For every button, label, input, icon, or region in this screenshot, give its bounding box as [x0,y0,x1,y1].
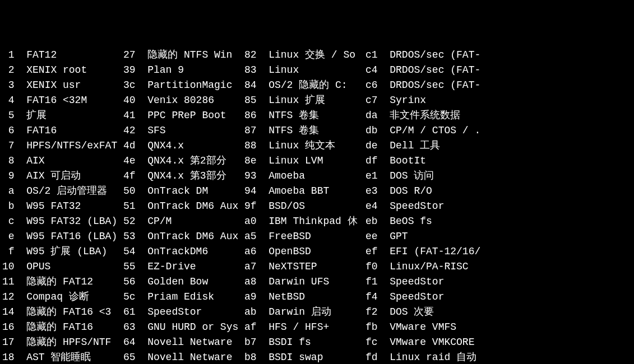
partition-entry: 4e QNX4.x 第2部分 [123,155,244,166]
spacer [136,290,148,305]
partition-entry: 9 AIX 可启动 [2,170,123,181]
partition-name: 隐藏的 FAT16 <3 [26,305,123,320]
partition-code: 63 [123,320,136,335]
partition-row: a OS/2 启动管理器 50 OnTrack DM 94 Amoeba BBT… [2,184,632,199]
partition-code: a [2,184,15,199]
partition-code: da [365,108,378,123]
spacer [257,199,269,214]
spacer [257,229,269,244]
partition-entry: f0 Linux/PA-RISC [365,261,487,272]
partition-name: 隐藏的 FAT16 [26,320,123,335]
spacer [257,244,269,259]
partition-entry: 12 Compaq 诊断 [2,291,123,302]
spacer [136,48,148,63]
partition-name: CP/M / CTOS / . [390,123,487,138]
spacer [257,169,269,184]
partition-name: Golden Bow [147,274,244,290]
partition-name: AIX 可启动 [26,169,123,184]
partition-name: XENIX usr [26,78,123,93]
partition-entry: 63 GNU HURD or Sys [123,321,244,333]
partition-name: Syrinx [390,93,487,108]
partition-code: 85 [244,93,257,108]
spacer [378,78,390,93]
partition-entry: c6 DRDOS/sec (FAT- [365,80,487,91]
partition-entry: ab Darwin 启动 [244,306,365,318]
partition-code: e1 [365,169,378,184]
partition-row: 14 隐藏的 FAT16 <3 61 SpeedStor ab Darwin 启… [2,305,632,320]
spacer [378,320,390,335]
partition-entry: 1 FAT12 [2,49,123,60]
partition-entry: 4d QNX4.x [123,140,244,151]
partition-name: Darwin UFS [269,274,365,290]
partition-code: eb [365,214,378,229]
partition-name: DOS R/O [390,184,487,199]
partition-name: XENIX root [26,63,123,78]
partition-entry: b8 BSDI swap [244,352,365,363]
partition-name: OnTrack DM6 Aux [147,229,244,244]
partition-code: a8 [244,274,257,290]
partition-entry: e4 SpeedStor [365,200,487,212]
partition-entry: ef EFI (FAT-12/16/ [365,246,487,257]
partition-name: Linux [269,63,365,78]
spacer [136,305,148,320]
spacer [15,93,27,108]
partition-entry: a5 FreeBSD [244,231,365,242]
partition-code: 4 [2,93,15,108]
spacer [257,184,269,199]
spacer [257,290,269,305]
partition-name: QNX4.x 第2部分 [147,153,244,169]
partition-entry: 84 OS/2 隐藏的 C: [244,80,365,91]
spacer [15,108,27,123]
partition-entry: 7 HPFS/NTFS/exFAT [2,140,123,151]
spacer [378,63,390,78]
spacer [136,93,148,108]
partition-row: 2 XENIX root 39 Plan 9 83 Linux c4 DRDOS… [2,63,632,78]
partition-row: b W95 FAT32 51 OnTrack DM6 Aux 9f BSD/OS… [2,199,632,214]
partition-name: GPT [390,229,487,244]
partition-name: Novell Netware [147,335,244,350]
spacer [15,78,27,93]
partition-code: 42 [123,123,136,138]
partition-code: f4 [365,290,378,305]
partition-name: OnTrackDM6 [147,244,244,259]
partition-entry: 6 FAT16 [2,125,123,136]
partition-row: 5 扩展 41 PPC PReP Boot 86 NTFS 卷集 da 非文件系… [2,108,632,123]
partition-row: 16 隐藏的 FAT16 63 GNU HURD or Sys af HFS /… [2,320,632,335]
partition-code: ef [365,244,378,259]
partition-entry: c1 DRDOS/sec (FAT- [365,49,487,60]
spacer [15,184,27,199]
partition-code: a9 [244,290,257,305]
partition-code: db [365,123,378,138]
partition-row: 1 FAT12 27 隐藏的 NTFS Win 82 Linux 交换 / So… [2,48,632,63]
partition-name: SFS [147,123,244,138]
spacer [257,138,269,153]
partition-name: OS/2 隐藏的 C: [269,78,365,93]
spacer [136,123,148,138]
spacer [15,305,27,320]
spacer [15,335,27,350]
partition-entry: 56 Golden Bow [123,276,244,287]
partition-code: 87 [244,123,257,138]
partition-code: 9 [2,169,15,184]
partition-code: 12 [2,290,15,305]
spacer [136,138,148,153]
partition-name: Linux LVM [269,153,365,169]
partition-name: BootIt [390,153,487,169]
spacer [378,169,390,184]
partition-entry: f2 DOS 次要 [365,306,487,318]
partition-name: W95 FAT16 (LBA) [26,229,123,244]
partition-code: e4 [365,199,378,214]
partition-entry: 64 Novell Netware [123,337,244,348]
partition-name: Novell Netware [147,350,244,364]
partition-name: SpeedStor [390,274,487,290]
partition-code: fd [365,350,378,364]
partition-code: 82 [244,48,257,63]
partition-name: Priam Edisk [147,290,244,305]
partition-entry: e1 DOS 访问 [365,170,487,181]
partition-entry: a6 OpenBSD [244,246,365,257]
spacer [378,335,390,350]
partition-row: 8 AIX 4e QNX4.x 第2部分 8e Linux LVM df Boo… [2,153,632,169]
partition-entry: a8 Darwin UFS [244,276,365,287]
partition-name: Venix 80286 [147,93,244,108]
partition-entry: b W95 FAT32 [2,200,123,212]
